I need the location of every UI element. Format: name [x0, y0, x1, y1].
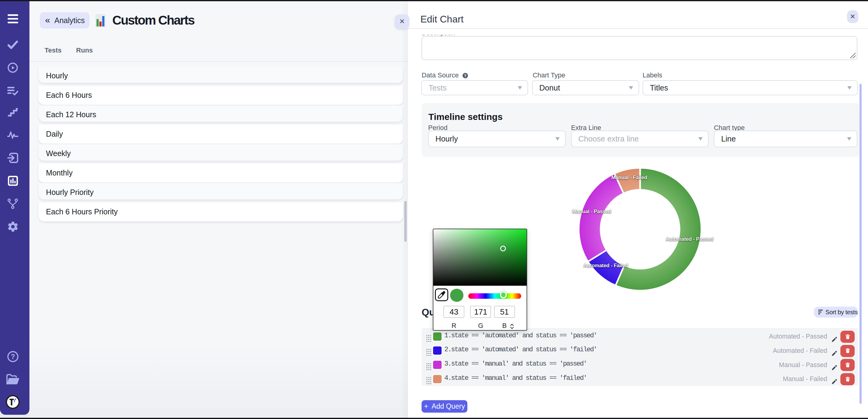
svg-text:?: ?: [464, 73, 466, 78]
svg-text:?: ?: [11, 353, 15, 361]
